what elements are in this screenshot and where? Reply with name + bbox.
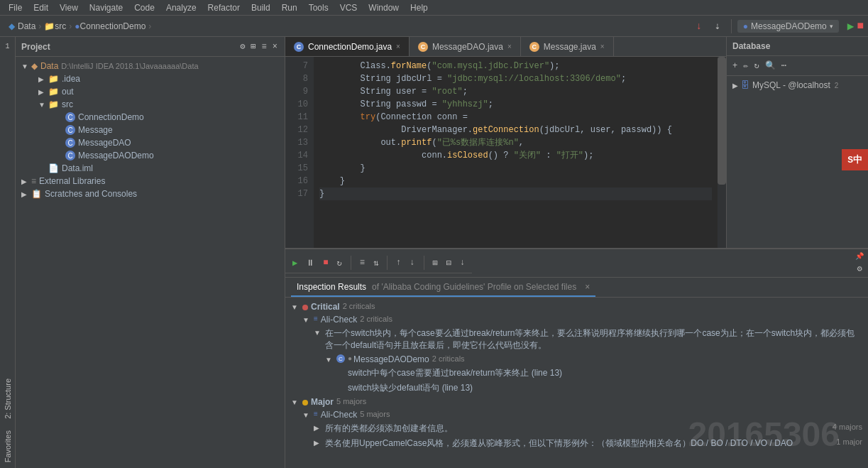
run-buttons: ▶ ■ [847,19,864,33]
up-btn[interactable]: ↑ [393,256,404,269]
tree-label-ext: External Libraries [39,176,105,186]
tree-connectiondemo[interactable]: C ConnectionDemo [16,111,285,124]
tab-close-mdao[interactable]: × [507,43,512,50]
stop-btn[interactable]: ■ [320,256,331,269]
inspection-tab[interactable]: Inspection Results of 'Alibaba Coding Gu… [291,278,595,297]
tree-data-root[interactable]: ▼ ◆ Data D:\IntelliJ IDEA 2018.1\Javaaaa… [16,60,285,72]
switch-case-row[interactable]: switch中每个case需要通过break/return等来终止 (line … [285,366,868,381]
tree-messagedao[interactable]: C MessageDAO [16,136,285,149]
editor-db-row: C ConnectionDemo.java × C MessageDAO.jav… [285,37,868,248]
breadcrumb: ◆ Data › 📁 src › ● ConnectionDemo › [4,21,688,31]
stop-button[interactable]: ■ [857,20,864,33]
critical-section[interactable]: ▼ Critical 2 criticals [285,300,868,313]
tab-close-cd[interactable]: × [396,43,400,50]
tab-message[interactable]: C Message.java × [521,37,614,56]
tab-label-msg: Message.java [544,42,596,52]
panel-filter-btn[interactable]: ≡ [260,40,268,53]
tree-label-scratches: Scratches and Consoles [45,189,137,199]
breadcrumb-class-icon: ● [75,21,79,31]
code-line-13: out.printf("已%s数据库连接%n", [319,136,712,149]
menu-tools[interactable]: Tools [303,0,334,15]
db-more-btn[interactable]: ⋯ [780,59,788,72]
code-editor[interactable]: 7 8 9 10 11 12 13 14 15 16 17 Class.fo [285,57,726,248]
project-toggle[interactable]: 1 [1,40,14,53]
code-line-9: String user = "root"; [319,85,712,98]
db-filter-btn[interactable]: 🔍 [764,59,777,72]
menu-build[interactable]: Build [246,0,276,15]
tab-messagedao[interactable]: C MessageDAO.java × [410,37,521,56]
menu-analyze[interactable]: Analyze [160,0,202,15]
download-icon[interactable]: ↓ [691,18,707,34]
tree-idea[interactable]: ▶ 📁 .idea [16,72,285,85]
settings-btn2[interactable]: ⚙ [854,262,864,276]
favorites-tab[interactable]: Favorites [1,425,14,468]
breadcrumb-sep2: › [69,21,72,31]
panel-close-btn[interactable]: × [271,40,279,53]
alicheck-critical-label: Ali-Check [321,315,357,325]
tree-dataiml[interactable]: 📄 Data.iml [16,162,285,175]
class-icon-cd: C [65,112,75,122]
collapse-all-btn[interactable]: ⊟ [444,256,454,270]
breadcrumb-data[interactable]: Data [18,21,35,31]
code-content[interactable]: Class.forName("com.mysql.jdbc.Driver"); … [314,57,718,248]
messagedaodemo-row[interactable]: ▼ C ● MessageDAODemo 2 criticals [285,353,868,366]
project-name: MessageDAODemo [751,21,827,31]
tree-extlibs[interactable]: ▶ ≡ External Libraries [16,175,285,187]
structure-tab[interactable]: 2: Structure [1,373,14,425]
db-refresh-btn[interactable]: ↻ [752,59,760,72]
menu-code[interactable]: Code [128,0,160,15]
breadcrumb-folder-icon: 📁 [44,21,55,31]
editor-db-container: C ConnectionDemo.java × C MessageDAO.jav… [285,37,868,468]
tree-out[interactable]: ▶ 📁 out [16,85,285,98]
run-button[interactable]: ▶ [847,19,855,33]
db-mysql-item[interactable]: ▶ 🗄 MySQL - @localhost 2 [732,79,862,92]
tab-connectiondemo[interactable]: C ConnectionDemo.java × [285,37,410,56]
menu-file[interactable]: File [3,0,28,15]
tree-scratches[interactable]: ▶ 📋 Scratches and Consoles [16,187,285,200]
db-mysql-icon: 🗄 [741,80,749,90]
tree-message[interactable]: C Message [16,124,285,136]
menu-vcs[interactable]: VCS [334,0,363,15]
down-btn[interactable]: ↓ [407,256,417,269]
toolbar-btn2[interactable]: ⇣ [710,18,725,34]
breadcrumb-src[interactable]: src [55,21,66,31]
play-btn[interactable]: ▶ [290,256,300,270]
sort-btn[interactable]: ⇅ [370,256,381,270]
db-add-btn[interactable]: + [731,60,739,72]
menu-run[interactable]: Run [276,0,303,15]
scrollbar[interactable] [718,57,726,248]
tree-src[interactable]: ▼ 📁 src [16,98,285,111]
tab-icon-cd: C [294,42,304,52]
left-sidebar-strip: 1 2: Structure Favorites [0,37,16,468]
panel-layout-btn[interactable]: ⊞ [249,40,257,53]
folder-icon-idea: 📁 [48,74,59,84]
breadcrumb-root[interactable]: ◆ [9,21,15,31]
menu-help[interactable]: Help [405,0,434,15]
breadcrumb-class[interactable]: ConnectionDemo [80,21,146,31]
tree-messagedaodemo[interactable]: C MessageDAODemo [16,149,285,162]
inspection-tab-bar: Inspection Results of 'Alibaba Coding Gu… [285,278,868,298]
expand-all-btn[interactable]: ⊞ [430,256,441,270]
rerun-btn[interactable]: ↻ [334,256,344,270]
menu-navigate[interactable]: Navigate [84,0,128,15]
menu-window[interactable]: Window [363,0,405,15]
alicheck-critical[interactable]: ▼ ≡ Ali-Check 2 criticals [285,313,868,326]
switch-default-row[interactable]: switch块缺少default语句 (line 13) [285,381,868,396]
mdaod-label: MessageDAODemo [353,354,429,364]
switch-warning-row[interactable]: ▼ 在一个switch块内，每个case要么通过break/return等来终止… [285,326,868,353]
menu-view[interactable]: View [54,0,84,15]
database-panel: Database + ✏ ↻ 🔍 ⋯ ▶ 🗄 MySQL - @localhos… [726,37,868,248]
inspection-tab-close[interactable]: × [585,282,590,292]
db-edit-btn[interactable]: ✏ [742,59,749,72]
panel-settings-btn[interactable]: ⚙ [238,40,246,53]
filter-btn[interactable]: ≡ [357,256,368,269]
major-section[interactable]: ▼ Major 5 majors [285,396,868,408]
menu-edit[interactable]: Edit [28,0,54,15]
tab-close-msg[interactable]: × [600,43,605,50]
database-panel-title: Database [727,37,868,56]
project-selector[interactable]: ● MessageDAODemo ▾ [737,20,839,33]
export-btn[interactable]: ↓ [457,256,468,269]
menu-refactor[interactable]: Refactor [202,0,246,15]
pause-btn[interactable]: ⏸ [303,256,317,270]
pin-btn[interactable]: 📌 [852,251,867,262]
